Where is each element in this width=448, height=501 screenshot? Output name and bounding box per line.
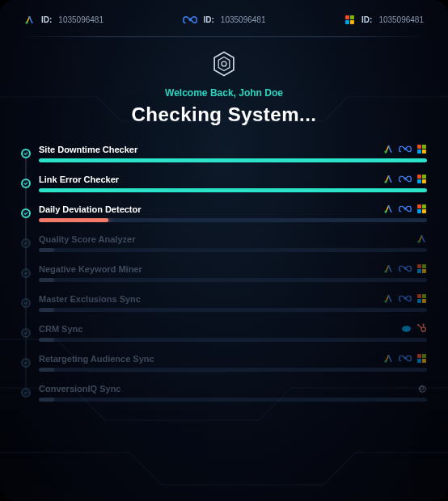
microsoft-icon bbox=[416, 353, 427, 364]
account-microsoft: ID: 1035096481 bbox=[344, 15, 424, 25]
hubspot-icon bbox=[416, 323, 427, 334]
check-platform-icons bbox=[383, 263, 427, 274]
timeline-node bbox=[21, 298, 31, 308]
meta-icon bbox=[399, 293, 412, 304]
meta-icon bbox=[183, 15, 197, 25]
account-google: ID: 1035096481 bbox=[24, 15, 104, 25]
timeline-node bbox=[21, 238, 31, 248]
page-title: Checking System... bbox=[21, 103, 427, 126]
app-container: ID: 1035096481 ID: 1035096481 ID: 103509… bbox=[0, 0, 448, 501]
microsoft-icon bbox=[416, 204, 427, 214]
meta-icon bbox=[399, 263, 412, 274]
svg-rect-2 bbox=[350, 15, 354, 19]
meta-icon bbox=[399, 144, 412, 154]
topbar: ID: 1035096481 ID: 1035096481 ID: 103509… bbox=[21, 15, 427, 36]
gear-icon bbox=[416, 383, 427, 394]
check-label: Retargeting Audience Sync bbox=[39, 354, 154, 364]
timeline-node bbox=[21, 268, 31, 278]
progress-fill bbox=[39, 158, 427, 162]
id-label: ID: bbox=[361, 15, 372, 24]
svg-rect-4 bbox=[350, 20, 354, 24]
check-platform-icons bbox=[383, 293, 427, 304]
check-header: Site Downtime Checker bbox=[39, 144, 427, 154]
check-label: Quality Score Analyzer bbox=[39, 234, 135, 244]
google-ads-icon bbox=[383, 353, 394, 364]
timeline-node bbox=[21, 149, 31, 158]
progress-fill bbox=[39, 248, 54, 252]
microsoft-icon bbox=[416, 144, 427, 154]
timeline-node bbox=[21, 179, 31, 188]
meta-icon bbox=[399, 174, 412, 184]
google-ads-icon bbox=[416, 234, 427, 244]
microsoft-icon bbox=[344, 15, 355, 25]
timeline-node bbox=[21, 358, 31, 368]
check-header: ConversionIQ Sync bbox=[39, 383, 427, 394]
account-meta: ID: 1035096481 bbox=[183, 15, 266, 25]
check-platform-icons bbox=[383, 204, 427, 214]
progress-fill bbox=[39, 278, 54, 282]
progress-fill bbox=[39, 398, 54, 402]
check-label: Daily Deviation Detector bbox=[39, 204, 142, 214]
check-row: ConversionIQ Sync bbox=[39, 383, 427, 402]
progress-track bbox=[39, 278, 427, 282]
check-platform-icons bbox=[416, 383, 427, 394]
timeline-node bbox=[21, 208, 31, 218]
check-row: Retargeting Audience Sync bbox=[39, 353, 427, 372]
progress-fill bbox=[39, 188, 427, 192]
divider bbox=[21, 36, 427, 37]
check-row: CRM Sync bbox=[39, 323, 427, 342]
check-platform-icons bbox=[383, 174, 427, 184]
check-header: CRM Sync bbox=[39, 323, 427, 334]
check-label: Link Error Checker bbox=[39, 175, 119, 184]
check-platform-icons bbox=[383, 144, 427, 154]
progress-track bbox=[39, 248, 427, 252]
google-ads-icon bbox=[383, 174, 394, 184]
check-row: Negative Keyword Miner bbox=[39, 263, 427, 282]
progress-track bbox=[39, 398, 427, 402]
app-logo bbox=[21, 50, 427, 78]
progress-fill bbox=[39, 218, 108, 222]
check-header: Master Exclusions Sync bbox=[39, 293, 427, 304]
check-label: CRM Sync bbox=[39, 324, 82, 334]
google-ads-icon bbox=[383, 293, 394, 304]
timeline-node bbox=[21, 328, 31, 338]
microsoft-icon bbox=[416, 263, 427, 274]
checks-list: Site Downtime CheckerLink Error CheckerD… bbox=[21, 144, 427, 402]
check-label: ConversionIQ Sync bbox=[39, 384, 120, 394]
progress-track bbox=[39, 308, 427, 312]
progress-track bbox=[39, 188, 427, 192]
timeline-node bbox=[21, 388, 31, 398]
id-value: 1035096481 bbox=[221, 15, 266, 24]
check-header: Retargeting Audience Sync bbox=[39, 353, 427, 364]
progress-track bbox=[39, 368, 427, 372]
svg-point-0 bbox=[25, 21, 27, 23]
check-row: Site Downtime Checker bbox=[39, 144, 427, 162]
id-value: 1035096481 bbox=[378, 15, 424, 24]
progress-track bbox=[39, 218, 427, 222]
meta-icon bbox=[399, 353, 412, 364]
id-label: ID: bbox=[41, 15, 52, 24]
svg-rect-1 bbox=[345, 15, 349, 19]
microsoft-icon bbox=[416, 174, 427, 184]
progress-fill bbox=[39, 368, 54, 372]
progress-track bbox=[39, 158, 427, 162]
check-label: Site Downtime Checker bbox=[39, 145, 137, 154]
check-header: Link Error Checker bbox=[39, 174, 427, 184]
check-header: Quality Score Analyzer bbox=[39, 234, 427, 244]
check-label: Master Exclusions Sync bbox=[39, 294, 141, 304]
progress-fill bbox=[39, 308, 54, 312]
microsoft-icon bbox=[416, 293, 427, 304]
meta-icon bbox=[399, 204, 412, 214]
id-value: 1035096481 bbox=[58, 15, 104, 24]
check-platform-icons bbox=[401, 323, 427, 334]
salesforce-icon bbox=[401, 323, 412, 334]
google-ads-icon bbox=[383, 204, 394, 214]
check-label: Negative Keyword Miner bbox=[39, 264, 142, 274]
svg-point-5 bbox=[222, 61, 226, 66]
progress-track bbox=[39, 338, 427, 342]
check-row: Master Exclusions Sync bbox=[39, 293, 427, 312]
progress-fill bbox=[39, 338, 54, 342]
check-platform-icons bbox=[416, 234, 427, 244]
google-ads-icon bbox=[383, 263, 394, 274]
check-platform-icons bbox=[383, 353, 427, 364]
